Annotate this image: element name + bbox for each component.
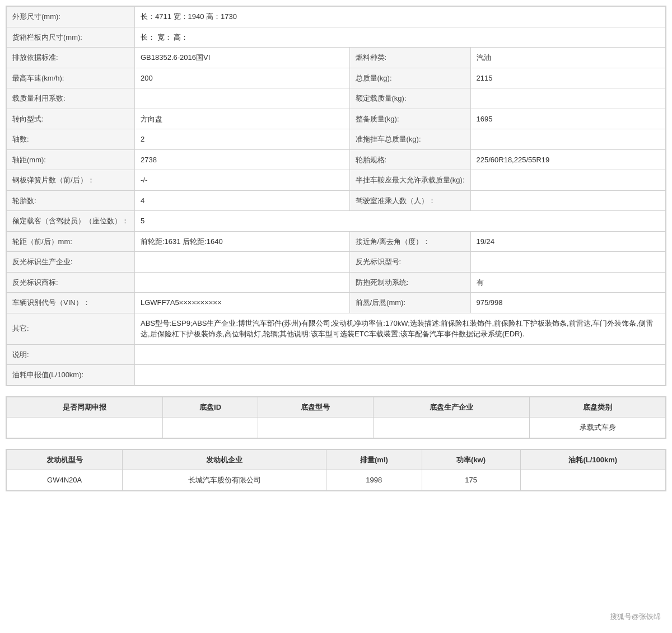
column-header: 发动机型号	[7, 449, 123, 470]
chassis-section: 是否同期申报底盘ID底盘型号底盘生产企业底盘类别 承载式车身	[6, 396, 666, 439]
main-specs-section: 外形尺寸(mm):长：4711 宽：1940 高：1730货箱栏板内尺寸(mm)…	[6, 6, 666, 386]
column-header: 底盘ID	[163, 397, 258, 418]
table-row: 钢板弹簧片数（前/后）：-/-半挂车鞍座最大允许承载质量(kg):	[7, 170, 666, 191]
field-value: 1695	[470, 109, 666, 129]
column-header: 油耗(L/100km)	[520, 449, 666, 470]
field-value: 2115	[470, 68, 666, 88]
table-cell	[163, 418, 258, 438]
engine-table: 发动机型号发动机企业排量(ml)功率(kw)油耗(L/100km) GW4N20…	[6, 449, 666, 491]
field-label: 驾驶室准乘人数（人）：	[349, 190, 470, 211]
table-cell: GW4N20A	[7, 470, 123, 491]
field-value	[135, 88, 350, 109]
field-value: 225/60R18,225/55R19	[470, 149, 666, 170]
field-value: -/-	[135, 170, 350, 191]
field-value	[135, 252, 350, 273]
field-value	[470, 129, 666, 150]
table-row: 轴距(mm):2738轮胎规格:225/60R18,225/55R19	[7, 149, 666, 170]
table-row: 反光标识生产企业:反光标识型号:	[7, 252, 666, 273]
field-value: 975/998	[470, 293, 666, 313]
table-row: 转向型式:方向盘整备质量(kg):1695	[7, 109, 666, 129]
field-label: 轮距（前/后）mm:	[7, 231, 135, 252]
table-row: 油耗申报值(L/100km):	[7, 365, 666, 386]
field-label: 反光标识型号:	[349, 252, 470, 273]
field-value: 4	[135, 190, 350, 211]
field-value: GB18352.6-2016国VI	[135, 48, 350, 68]
field-value: 5	[135, 211, 666, 232]
field-label: 接近角/离去角（度）：	[349, 231, 470, 252]
table-row: 承载式车身	[7, 418, 666, 438]
table-cell	[373, 418, 529, 438]
field-label: 半挂车鞍座最大允许承载质量(kg):	[349, 170, 470, 191]
table-row: 其它:ABS型号:ESP9;ABS生产企业:博世汽车部件(苏州)有限公司;发动机…	[7, 313, 666, 344]
field-label: 钢板弹簧片数（前/后）：	[7, 170, 135, 191]
field-value: 200	[135, 68, 350, 88]
field-value: 2	[135, 129, 350, 150]
table-row: GW4N20A长城汽车股份有限公司1998175	[7, 470, 666, 491]
field-label: 最高车速(km/h):	[7, 68, 135, 88]
table-header-row: 发动机型号发动机企业排量(ml)功率(kw)油耗(L/100km)	[7, 449, 666, 470]
column-header: 排量(ml)	[326, 449, 422, 470]
field-label: 燃料种类:	[349, 48, 470, 68]
field-label: 排放依据标准:	[7, 48, 135, 68]
table-row: 反光标识商标:防抱死制动系统:有	[7, 272, 666, 293]
field-label: 准拖挂车总质量(kg):	[349, 129, 470, 150]
field-value: LGWFF7A5××××××××××	[135, 293, 350, 313]
field-label: 反光标识生产企业:	[7, 252, 135, 273]
field-label: 载质量利用系数:	[7, 88, 135, 109]
table-row: 说明:	[7, 344, 666, 365]
field-value	[470, 252, 666, 273]
table-cell: 承载式车身	[530, 418, 666, 438]
field-value	[470, 88, 666, 109]
table-row: 最高车速(km/h):200总质量(kg):2115	[7, 68, 666, 88]
field-label: 转向型式:	[7, 109, 135, 129]
field-value: 前轮距:1631 后轮距:1640	[135, 231, 350, 252]
field-value: 有	[470, 272, 666, 293]
table-cell	[520, 470, 666, 491]
table-row: 载质量利用系数:额定载质量(kg):	[7, 88, 666, 109]
table-cell: 长城汽车股份有限公司	[123, 470, 326, 491]
field-label: 货箱栏板内尺寸(mm):	[7, 27, 135, 48]
column-header: 是否同期申报	[7, 397, 163, 418]
table-cell: 175	[422, 470, 520, 491]
table-cell: 1998	[326, 470, 422, 491]
field-value	[135, 272, 350, 293]
field-label: 轴数:	[7, 129, 135, 150]
main-specs-table: 外形尺寸(mm):长：4711 宽：1940 高：1730货箱栏板内尺寸(mm)…	[6, 6, 666, 386]
field-label: 轮胎数:	[7, 190, 135, 211]
engine-section: 发动机型号发动机企业排量(ml)功率(kw)油耗(L/100km) GW4N20…	[6, 449, 666, 491]
field-label: 反光标识商标:	[7, 272, 135, 293]
field-value: ABS型号:ESP9;ABS生产企业:博世汽车部件(苏州)有限公司;发动机净功率…	[135, 313, 666, 344]
field-label: 轴距(mm):	[7, 149, 135, 170]
field-label: 车辆识别代号（VIN）：	[7, 293, 135, 313]
field-value: 2738	[135, 149, 350, 170]
column-header: 功率(kw)	[422, 449, 520, 470]
table-row: 轮距（前/后）mm:前轮距:1631 后轮距:1640接近角/离去角（度）：19…	[7, 231, 666, 252]
field-label: 说明:	[7, 344, 135, 365]
field-label: 油耗申报值(L/100km):	[7, 365, 135, 386]
chassis-table: 是否同期申报底盘ID底盘型号底盘生产企业底盘类别 承载式车身	[6, 397, 666, 438]
table-row: 货箱栏板内尺寸(mm):长： 宽： 高：	[7, 27, 666, 48]
field-value	[135, 344, 666, 365]
table-header-row: 是否同期申报底盘ID底盘型号底盘生产企业底盘类别	[7, 397, 666, 418]
field-value	[135, 365, 666, 386]
field-value: 长： 宽： 高：	[135, 27, 666, 48]
field-label: 轮胎规格:	[349, 149, 470, 170]
table-row: 外形尺寸(mm):长：4711 宽：1940 高：1730	[7, 7, 666, 27]
table-row: 额定载客（含驾驶员）（座位数）：5	[7, 211, 666, 232]
field-label: 外形尺寸(mm):	[7, 7, 135, 27]
field-label: 其它:	[7, 313, 135, 344]
field-label: 防抱死制动系统:	[349, 272, 470, 293]
field-value: 长：4711 宽：1940 高：1730	[135, 7, 666, 27]
table-row: 排放依据标准:GB18352.6-2016国VI燃料种类:汽油	[7, 48, 666, 68]
field-label: 总质量(kg):	[349, 68, 470, 88]
column-header: 底盘型号	[258, 397, 373, 418]
table-cell	[7, 418, 163, 438]
field-label: 前悬/后悬(mm):	[349, 293, 470, 313]
column-header: 发动机企业	[123, 449, 326, 470]
field-value: 汽油	[470, 48, 666, 68]
field-value: 19/24	[470, 231, 666, 252]
table-cell	[258, 418, 373, 438]
field-label: 额定载客（含驾驶员）（座位数）：	[7, 211, 135, 232]
table-row: 轴数:2准拖挂车总质量(kg):	[7, 129, 666, 150]
column-header: 底盘生产企业	[373, 397, 529, 418]
